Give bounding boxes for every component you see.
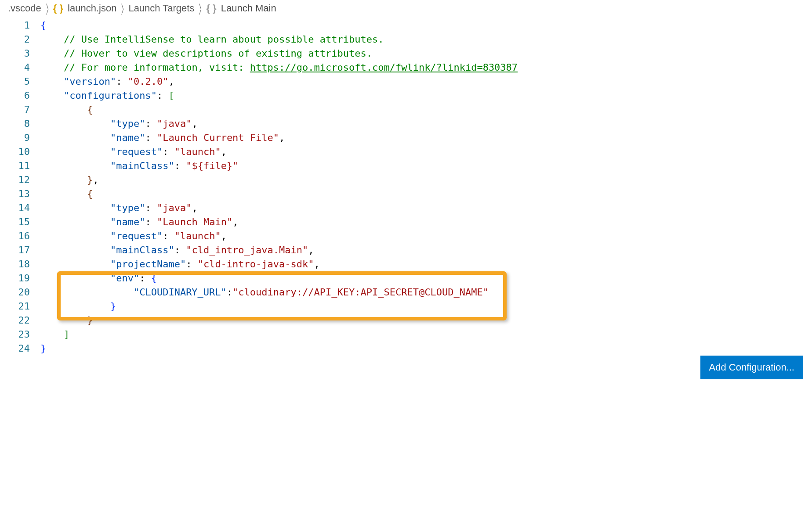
line-number: 11 xyxy=(0,159,30,173)
line-number: 9 xyxy=(0,131,30,145)
object-icon: { } xyxy=(206,3,216,14)
code-line[interactable]: "name": "Launch Current File", xyxy=(40,131,812,145)
code-content[interactable]: { // Use IntelliSense to learn about pos… xyxy=(40,18,812,356)
code-line[interactable]: }, xyxy=(40,173,812,187)
line-number: 16 xyxy=(0,229,30,243)
code-line[interactable]: } xyxy=(40,299,812,313)
breadcrumb-leaf[interactable]: Launch Main xyxy=(221,3,276,14)
line-number: 22 xyxy=(0,313,30,327)
code-line[interactable]: // For more information, visit: https://… xyxy=(40,61,812,75)
line-number: 20 xyxy=(0,285,30,299)
code-line[interactable]: "request": "launch", xyxy=(40,229,812,243)
line-number: 7 xyxy=(0,103,30,117)
code-line[interactable]: ] xyxy=(40,327,812,342)
code-line[interactable]: "type": "java", xyxy=(40,201,812,215)
json-icon: { } xyxy=(53,3,63,14)
code-line[interactable]: { xyxy=(40,103,812,117)
line-number: 21 xyxy=(0,299,30,313)
code-line[interactable]: "name": "Launch Main", xyxy=(40,215,812,229)
code-line[interactable]: // Use IntelliSense to learn about possi… xyxy=(40,32,812,47)
chevron-right-icon: 〉 xyxy=(121,2,124,15)
line-number: 2 xyxy=(0,32,30,47)
code-line[interactable]: "CLOUDINARY_URL":"cloudinary://API_KEY:A… xyxy=(40,285,812,299)
line-number: 4 xyxy=(0,61,30,75)
chevron-right-icon: 〉 xyxy=(199,2,202,15)
code-line[interactable]: "configurations": [ xyxy=(40,89,812,103)
code-line[interactable]: "version": "0.2.0", xyxy=(40,75,812,89)
line-number: 5 xyxy=(0,75,30,89)
line-number: 23 xyxy=(0,327,30,342)
line-number: 12 xyxy=(0,173,30,187)
line-number: 17 xyxy=(0,243,30,257)
code-editor[interactable]: 1 2 3 4 5 6 7 8 9 10 11 12 13 14 15 16 1… xyxy=(0,17,812,356)
code-line[interactable]: { xyxy=(40,187,812,201)
breadcrumb-folder[interactable]: .vscode xyxy=(8,3,41,14)
line-number: 18 xyxy=(0,257,30,271)
breadcrumb[interactable]: .vscode 〉 { } launch.json 〉 Launch Targe… xyxy=(0,0,812,17)
add-configuration-button[interactable]: Add Configuration... xyxy=(700,356,803,379)
code-line[interactable]: "mainClass": "${file}" xyxy=(40,159,812,173)
code-line[interactable]: { xyxy=(40,18,812,32)
code-line[interactable]: "request": "launch", xyxy=(40,145,812,159)
line-number: 15 xyxy=(0,215,30,229)
code-line[interactable]: // Hover to view descriptions of existin… xyxy=(40,47,812,61)
code-line[interactable]: "projectName": "cld-intro-java-sdk", xyxy=(40,257,812,271)
line-number: 19 xyxy=(0,271,30,285)
line-number: 14 xyxy=(0,201,30,215)
line-number: 13 xyxy=(0,187,30,201)
code-line[interactable]: "env": { xyxy=(40,271,812,285)
code-line[interactable]: "type": "java", xyxy=(40,117,812,131)
chevron-right-icon: 〉 xyxy=(46,2,48,15)
line-number: 3 xyxy=(0,47,30,61)
breadcrumb-section[interactable]: Launch Targets xyxy=(128,3,194,14)
code-line[interactable]: } xyxy=(40,313,812,327)
line-number: 1 xyxy=(0,18,30,32)
line-number: 8 xyxy=(0,117,30,131)
breadcrumb-file[interactable]: launch.json xyxy=(68,3,116,14)
line-number: 6 xyxy=(0,89,30,103)
doc-link[interactable]: https://go.microsoft.com/fwlink/?linkid=… xyxy=(250,62,518,73)
code-line[interactable]: "mainClass": "cld_intro_java.Main", xyxy=(40,243,812,257)
line-gutter: 1 2 3 4 5 6 7 8 9 10 11 12 13 14 15 16 1… xyxy=(0,18,40,356)
line-number: 24 xyxy=(0,342,30,356)
line-number: 10 xyxy=(0,145,30,159)
code-line[interactable]: } xyxy=(40,342,812,356)
